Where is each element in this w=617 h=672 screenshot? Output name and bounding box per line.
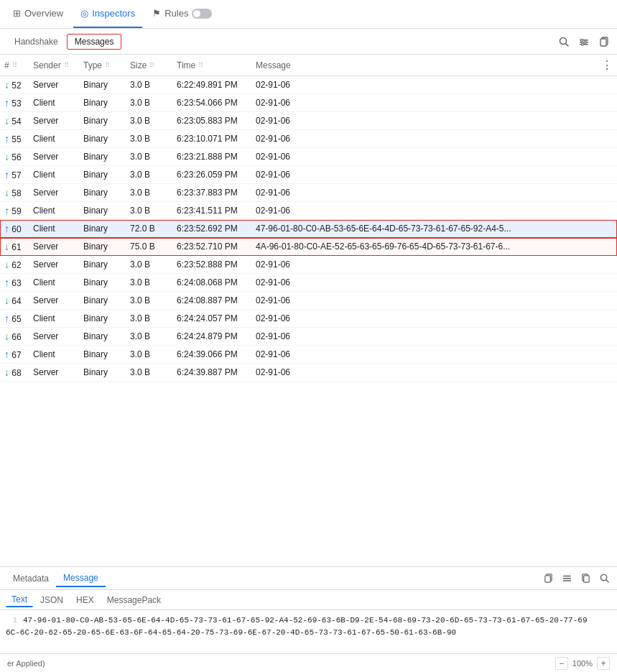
tab-overview[interactable]: ⊞ Overview bbox=[6, 0, 70, 28]
cell-time: 6:23:52.888 PM bbox=[172, 256, 251, 274]
svg-rect-12 bbox=[562, 576, 570, 576]
table-row[interactable]: ↓ 62 Server Binary 3.0 B 6:23:52.888 PM … bbox=[0, 256, 617, 274]
cell-sender: Server bbox=[29, 256, 79, 274]
table-row[interactable]: ↓ 68 Server Binary 3.0 B 6:24:39.887 PM … bbox=[0, 364, 617, 382]
toggle-track bbox=[192, 9, 212, 19]
cell-time: 6:23:41.511 PM bbox=[172, 202, 251, 220]
format-tab-hex[interactable]: HEX bbox=[70, 594, 100, 607]
row-number: 53 bbox=[11, 98, 21, 109]
direction-arrow: ↓ bbox=[4, 115, 9, 126]
cell-num: ↓ 56 bbox=[0, 148, 29, 166]
table-row[interactable]: ↓ 66 Server Binary 3.0 B 6:24:24.879 PM … bbox=[0, 328, 617, 346]
zoom-out-button[interactable]: − bbox=[555, 657, 568, 670]
table-row[interactable]: ↓ 64 Server Binary 3.0 B 6:24:08.887 PM … bbox=[0, 292, 617, 310]
tab-rules[interactable]: ⚑ Rules bbox=[145, 0, 219, 28]
cell-num: ↓ 52 bbox=[0, 76, 29, 94]
cell-sender: Server bbox=[29, 112, 79, 130]
row-number: 66 bbox=[11, 332, 21, 342]
row-number: 65 bbox=[11, 314, 21, 324]
cell-message: 02-91-06 bbox=[251, 94, 617, 112]
table-row[interactable]: ↑ 53 Client Binary 3.0 B 6:23:54.066 PM … bbox=[0, 94, 617, 112]
format-tabs-row: Text JSON HEX MessagePack bbox=[0, 590, 617, 610]
table-row[interactable]: ↑ 59 Client Binary 3.0 B 6:23:41.511 PM … bbox=[0, 202, 617, 220]
svg-line-1 bbox=[566, 43, 569, 46]
col-header-num[interactable]: # ⠿ bbox=[0, 55, 29, 76]
bottom-share-icon[interactable] bbox=[578, 571, 593, 586]
cell-num: ↓ 68 bbox=[0, 364, 29, 382]
format-tab-text[interactable]: Text bbox=[6, 593, 33, 607]
row-number: 60 bbox=[11, 224, 21, 234]
cell-time: 6:23:54.066 PM bbox=[172, 94, 251, 112]
bottom-search-button[interactable] bbox=[597, 571, 611, 586]
direction-arrow: ↑ bbox=[4, 169, 9, 180]
cell-time: 6:24:08.887 PM bbox=[172, 292, 251, 310]
cell-message: 02-91-06 bbox=[251, 346, 617, 364]
row-number: 57 bbox=[11, 170, 21, 180]
cell-type: Binary bbox=[79, 76, 126, 94]
svg-rect-13 bbox=[562, 578, 570, 579]
search-button[interactable] bbox=[557, 34, 571, 49]
tab-message[interactable]: Message bbox=[56, 570, 106, 587]
col-header-type[interactable]: Type ⠿ bbox=[79, 55, 126, 76]
bottom-panel: Metadata Message bbox=[0, 566, 617, 653]
more-icon[interactable]: ⋮ bbox=[601, 58, 613, 72]
tab-metadata[interactable]: Metadata bbox=[6, 571, 56, 586]
cell-message: 02-91-06 bbox=[251, 166, 617, 184]
content-line2: 6C-6C-20-62-65-20-65-6E-63-6F-64-65-64-2… bbox=[6, 628, 456, 637]
table-row[interactable]: ↓ 54 Server Binary 3.0 B 6:23:05.883 PM … bbox=[0, 112, 617, 130]
cell-message: 4A-96-01-80-C0-AE-52-65-63-65-69-76-65-4… bbox=[251, 238, 617, 256]
cell-time: 6:22:49.891 PM bbox=[172, 76, 251, 94]
bottom-copy-icon[interactable] bbox=[541, 571, 555, 586]
cell-num: ↑ 59 bbox=[0, 202, 29, 220]
format-tab-messagepack[interactable]: MessagePack bbox=[101, 594, 167, 607]
table-row[interactable]: ↑ 57 Client Binary 3.0 B 6:23:26.059 PM … bbox=[0, 166, 617, 184]
zoom-in-button[interactable]: + bbox=[597, 657, 610, 670]
table-row[interactable]: ↑ 60 Client Binary 72.0 B 6:23:52.692 PM… bbox=[0, 220, 617, 238]
direction-arrow: ↓ bbox=[4, 295, 9, 306]
col-header-sender[interactable]: Sender ⠿ bbox=[29, 55, 79, 76]
cell-type: Binary bbox=[79, 238, 126, 256]
cell-num: ↓ 58 bbox=[0, 184, 29, 202]
col-header-size[interactable]: Size ⠿ bbox=[126, 55, 172, 76]
table-row[interactable]: ↑ 65 Client Binary 3.0 B 6:24:24.057 PM … bbox=[0, 310, 617, 328]
bottom-list-icon[interactable] bbox=[560, 571, 574, 586]
direction-arrow: ↓ bbox=[4, 259, 9, 270]
tab-inspectors[interactable]: ◎ Inspectors bbox=[73, 0, 142, 28]
share-icon bbox=[581, 574, 590, 583]
cell-size: 3.0 B bbox=[126, 112, 172, 130]
copy-button[interactable] bbox=[597, 34, 611, 49]
line-number: 1 bbox=[6, 615, 17, 627]
tab-messages[interactable]: Messages bbox=[67, 34, 122, 50]
messages-table: # ⠿ Sender ⠿ Type ⠿ bbox=[0, 55, 617, 382]
format-tab-json[interactable]: JSON bbox=[34, 594, 69, 607]
table-row[interactable]: ↓ 56 Server Binary 3.0 B 6:23:21.888 PM … bbox=[0, 148, 617, 166]
cell-message: 02-91-06 bbox=[251, 184, 617, 202]
table-row[interactable]: ↑ 67 Client Binary 3.0 B 6:24:39.066 PM … bbox=[0, 346, 617, 364]
cell-sender: Server bbox=[29, 148, 79, 166]
cell-sender: Client bbox=[29, 94, 79, 112]
rules-toggle[interactable] bbox=[192, 9, 212, 19]
row-number: 62 bbox=[11, 260, 21, 270]
cell-num: ↑ 65 bbox=[0, 310, 29, 328]
svg-point-5 bbox=[581, 39, 583, 41]
settings-button[interactable] bbox=[577, 34, 591, 49]
svg-rect-9 bbox=[600, 39, 606, 46]
table-row[interactable]: ↑ 63 Client Binary 3.0 B 6:24:08.068 PM … bbox=[0, 274, 617, 292]
status-text: er Applied) bbox=[7, 659, 45, 668]
cell-size: 75.0 B bbox=[126, 238, 172, 256]
col-header-message[interactable]: Message ⋮ bbox=[251, 55, 617, 76]
col-header-time[interactable]: Time ⠿ bbox=[172, 55, 251, 76]
cell-sender: Server bbox=[29, 364, 79, 382]
cell-sender: Server bbox=[29, 328, 79, 346]
tab-handshake[interactable]: Handshake bbox=[6, 32, 67, 51]
messages-table-container[interactable]: # ⠿ Sender ⠿ Type ⠿ bbox=[0, 55, 617, 566]
table-row[interactable]: ↓ 61 Server Binary 75.0 B 6:23:52.710 PM… bbox=[0, 238, 617, 256]
inspectors-icon: ◎ bbox=[80, 8, 88, 19]
cell-num: ↓ 66 bbox=[0, 328, 29, 346]
table-row[interactable]: ↑ 55 Client Binary 3.0 B 6:23:10.071 PM … bbox=[0, 130, 617, 148]
cell-time: 6:23:10.071 PM bbox=[172, 130, 251, 148]
table-row[interactable]: ↓ 52 Server Binary 3.0 B 6:22:49.891 PM … bbox=[0, 76, 617, 94]
svg-point-7 bbox=[582, 43, 584, 45]
copy-icon bbox=[599, 37, 609, 47]
table-row[interactable]: ↓ 58 Server Binary 3.0 B 6:23:37.883 PM … bbox=[0, 184, 617, 202]
